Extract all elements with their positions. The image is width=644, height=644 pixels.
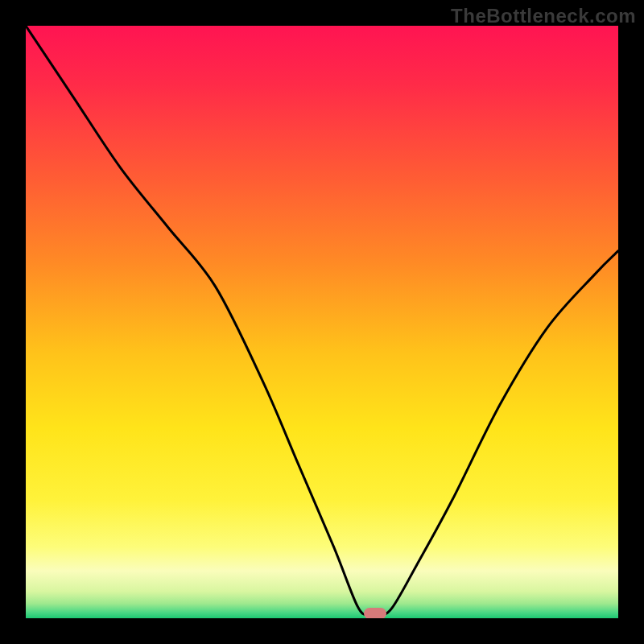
optimal-point-marker <box>364 608 386 618</box>
plot-area <box>26 26 618 618</box>
chart-frame: TheBottleneck.com <box>0 0 644 644</box>
watermark-text: TheBottleneck.com <box>451 5 636 27</box>
bottleneck-curve <box>26 26 618 618</box>
